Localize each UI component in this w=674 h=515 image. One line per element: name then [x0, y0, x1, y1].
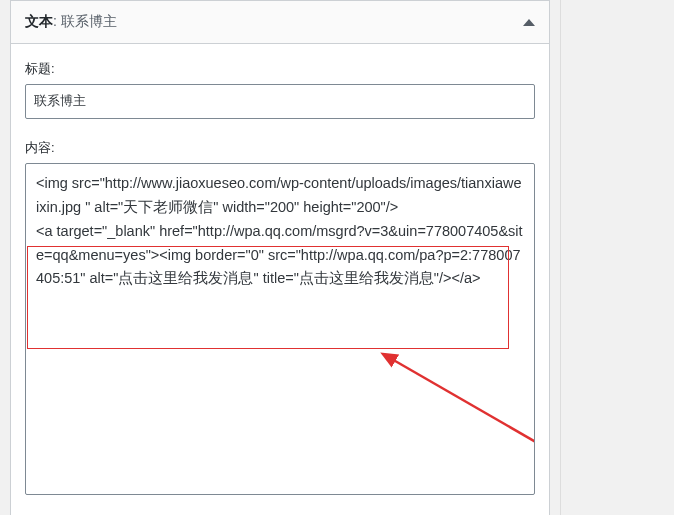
content-textarea[interactable]: <img src="http://www.jiaoxueseo.com/wp-c… — [25, 163, 535, 495]
title-field-group: 标题: — [25, 60, 535, 119]
svg-line-0 — [390, 358, 535, 494]
widget-name-label: 联系博主 — [61, 13, 117, 29]
widget-body: 标题: 内容: <img src="http://www.jiaoxueseo.… — [11, 44, 549, 515]
widget-header[interactable]: 文本: 联系博主 — [11, 1, 549, 44]
content-text: <img src="http://www.jiaoxueseo.com/wp-c… — [36, 172, 524, 292]
text-widget-box: 文本: 联系博主 标题: 内容: <img src="http://www.ji… — [10, 0, 550, 515]
title-label: 标题: — [25, 60, 535, 78]
title-input[interactable] — [25, 84, 535, 119]
widget-title: 文本: 联系博主 — [25, 13, 117, 31]
widget-type-label: 文本 — [25, 13, 53, 29]
content-field-group: 内容: <img src="http://www.jiaoxueseo.com/… — [25, 139, 535, 495]
content-label: 内容: — [25, 139, 535, 157]
collapse-up-icon[interactable] — [523, 19, 535, 26]
right-gutter — [560, 0, 674, 515]
